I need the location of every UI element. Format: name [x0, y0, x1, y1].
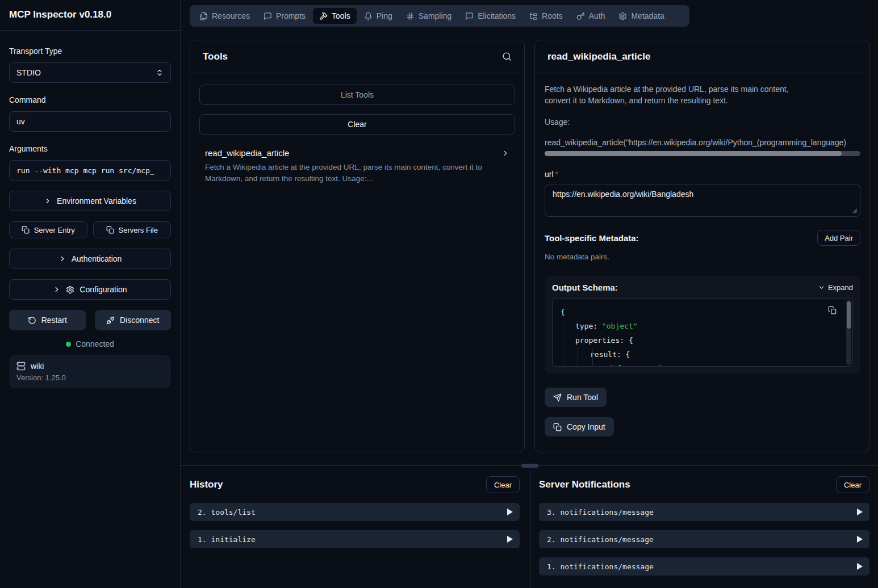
restart-label: Restart [41, 316, 67, 325]
vertical-scrollbar[interactable] [846, 300, 851, 365]
disconnect-label: Disconnect [120, 316, 159, 325]
sidebar-header: MCP Inspector v0.18.0 [0, 0, 180, 31]
status-label: Connected [76, 339, 114, 348]
history-item[interactable]: 1. initialize [190, 530, 520, 548]
indent-guide [578, 334, 578, 366]
folder-tree-icon [529, 12, 538, 20]
tab-label: Ping [377, 11, 392, 20]
scrollbar-thumb[interactable] [545, 151, 842, 156]
gear-icon [66, 285, 74, 294]
list-tools-button[interactable]: List Tools [199, 85, 515, 105]
transport-type-value: STDIO [16, 68, 41, 77]
scrollbar-thumb[interactable] [847, 301, 851, 329]
notifications-title: Server Notifications [539, 479, 630, 490]
restart-button[interactable]: Restart [9, 310, 86, 330]
unplug-icon [106, 316, 115, 325]
tab-ping[interactable]: Ping [358, 8, 399, 24]
clear-notifications-button[interactable]: Clear [836, 476, 869, 493]
message-square-icon [264, 12, 272, 20]
url-input[interactable]: https://en.wikipedia.org/wiki/Bangladesh [545, 184, 860, 217]
copy-icon [22, 226, 30, 234]
indent-guide [592, 349, 593, 366]
horizontal-scrollbar[interactable] [545, 151, 860, 156]
notification-item[interactable]: 3. notifications/message [539, 503, 869, 521]
search-icon[interactable] [502, 52, 512, 61]
history-item-label: 1. initialize [198, 535, 256, 544]
history-item[interactable]: 2. tools/list [190, 503, 520, 521]
transport-type-select[interactable]: STDIO [9, 62, 171, 83]
hash-icon [406, 12, 415, 20]
command-label: Command [9, 95, 171, 104]
notification-item-label: 3. notifications/message [547, 508, 654, 516]
servers-file-button[interactable]: Servers File [93, 221, 172, 238]
chevron-right-icon [501, 149, 509, 157]
configuration-label: Configuration [80, 285, 127, 294]
tab-label: Roots [542, 11, 563, 20]
server-version: Version: 1.25.0 [16, 373, 164, 382]
schema-code-block: { type: "object" properties: { result: {… [552, 299, 853, 367]
tab-tools[interactable]: Tools [313, 8, 357, 24]
chevron-right-icon [44, 197, 52, 205]
code-line: title: "Result" [561, 362, 844, 367]
message-square-icon [465, 12, 474, 20]
chevrons-up-down-icon [156, 69, 164, 77]
copy-input-label: Copy Input [567, 422, 605, 431]
chevron-right-icon [53, 285, 61, 293]
expand-schema-button[interactable]: Expand [818, 283, 853, 292]
copy-schema-icon[interactable] [828, 306, 837, 314]
tool-list-item[interactable]: read_wikipedia_article Fetch a Wikipedia… [199, 147, 515, 186]
environment-variables-button[interactable]: Environment Variables [9, 191, 171, 211]
arguments-input[interactable] [16, 166, 164, 175]
tab-resources[interactable]: Resources [193, 8, 256, 24]
tab-roots[interactable]: Roots [523, 8, 569, 24]
chevron-right-icon [58, 255, 66, 263]
hammer-icon [319, 12, 328, 20]
tool-description: Fetch a Wikipedia article at the provide… [205, 162, 509, 184]
sidebar: MCP Inspector v0.18.0 Transport Type STD… [0, 0, 181, 588]
notification-item[interactable]: 2. notifications/message [539, 530, 869, 548]
tab-prompts[interactable]: Prompts [257, 8, 312, 24]
status-dot-icon [66, 342, 71, 347]
connection-status: Connected [9, 339, 171, 348]
command-input[interactable] [16, 117, 164, 126]
url-field-label: url* [545, 170, 859, 179]
bell-icon [364, 12, 373, 20]
code-line: type: "object" [561, 319, 844, 333]
configuration-button[interactable]: Configuration [9, 279, 171, 300]
notification-item-label: 1. notifications/message [547, 562, 654, 571]
server-name: wiki [31, 362, 44, 371]
tools-panel-title: Tools [203, 51, 228, 62]
servers-file-label: Servers File [119, 226, 158, 234]
authentication-button[interactable]: Authentication [9, 249, 171, 269]
notification-item[interactable]: 1. notifications/message [539, 557, 869, 576]
server-icon [16, 362, 26, 371]
tab-metadata[interactable]: Metadata [612, 8, 670, 24]
tab-label: Elicitations [478, 11, 516, 20]
tool-name: read_wikipedia_article [205, 148, 289, 158]
copy-input-button[interactable]: Copy Input [545, 417, 614, 436]
run-tool-button[interactable]: Run Tool [545, 388, 607, 407]
usage-code: read_wikipedia_article("https://en.wikip… [545, 138, 860, 147]
history-item-label: 2. tools/list [198, 508, 256, 516]
clear-history-button[interactable]: Clear [486, 476, 520, 493]
disconnect-button[interactable]: Disconnect [95, 310, 172, 330]
tab-label: Tools [332, 11, 350, 20]
tool-detail-panel: read_wikipedia_article Fetch a Wikipedia… [534, 40, 869, 452]
output-schema-card: Output Schema: Expand { type: "object" p… [545, 276, 860, 374]
tab-auth[interactable]: Auth [570, 8, 612, 24]
notification-item-label: 2. notifications/message [547, 535, 654, 544]
app-title: MCP Inspector v0.18.0 [9, 9, 171, 20]
tab-label: Sampling [419, 11, 451, 20]
history-panel: History Clear 2. tools/list 1. initializ… [190, 476, 520, 548]
send-icon [553, 393, 562, 402]
tab-elicitations[interactable]: Elicitations [459, 8, 522, 24]
server-entry-button[interactable]: Server Entry [9, 221, 87, 238]
transport-type-label: Transport Type [9, 47, 171, 56]
add-pair-button[interactable]: Add Pair [817, 230, 860, 246]
code-line: result: { [561, 347, 844, 362]
tab-sampling[interactable]: Sampling [400, 8, 458, 24]
server-info-card: wiki Version: 1.25.0 [9, 355, 171, 388]
tab-label: Resources [212, 11, 250, 20]
clear-tools-button[interactable]: Clear [199, 114, 515, 135]
run-tool-label: Run Tool [567, 393, 598, 402]
